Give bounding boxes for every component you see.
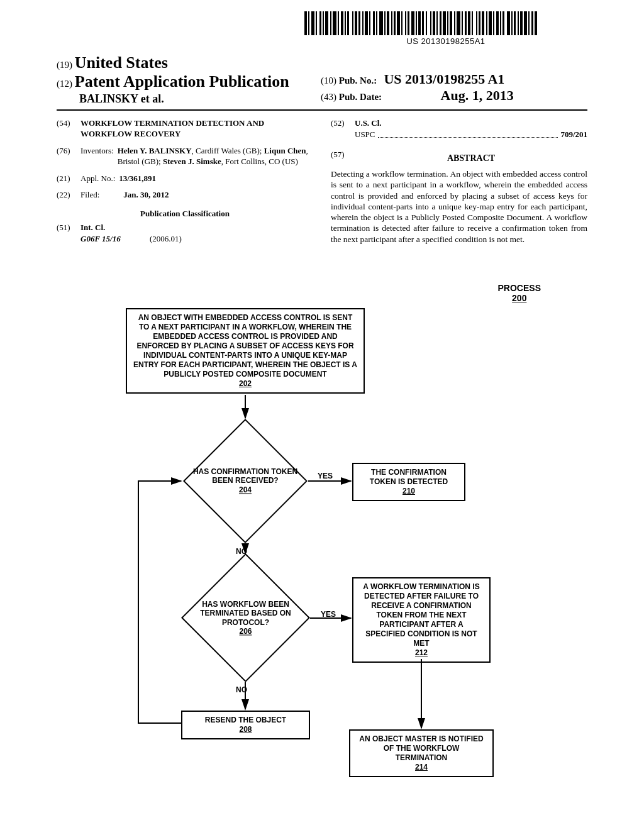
box-202-text: AN OBJECT WITH EMBEDDED ACCESS CONTROL I…	[133, 313, 357, 379]
intcl-version: (2006.01)	[150, 234, 182, 244]
edge-206-no: NO	[236, 685, 247, 694]
pubdate-label: Pub. Date:	[339, 92, 382, 102]
box-214: AN OBJECT MASTER IS NOTIFIED OF THE WORK…	[349, 729, 494, 777]
dotted-leader	[378, 131, 558, 138]
abstract-text: Detecting a workflow termination. An obj…	[331, 169, 587, 245]
box-210: THE CONFIRMATION TOKEN IS DETECTED 210	[352, 463, 465, 501]
barcode-graphic	[304, 11, 587, 35]
box-210-num: 210	[402, 487, 415, 495]
patent-page: US 20130198255A1 (19) United States (12)…	[0, 0, 644, 830]
box-208: RESEND THE OBJECT 208	[181, 711, 310, 739]
diamond-204-text: HAS CONFIRMATION TOKEN BEEN RECEIVED?	[193, 467, 297, 485]
diamond-206: HAS WORKFLOW BEEN TERMINATED BASED ON PR…	[181, 553, 310, 682]
flowchart: PROCESS 200 AN OBJECT WITH EMBEDDED ACCE…	[101, 277, 553, 811]
divider-rule	[57, 109, 587, 111]
box-208-num: 208	[239, 725, 252, 734]
edge-204-no: NO	[236, 547, 247, 556]
diamond-206-text: HAS WORKFLOW BEEN TERMINATED BASED ON PR…	[200, 600, 291, 627]
uspc-label: USPC	[355, 130, 375, 140]
diamond-204-num: 204	[239, 485, 252, 494]
code-12: (12)	[57, 79, 72, 89]
box-214-text: AN OBJECT MASTER IS NOTIFIED OF THE WORK…	[359, 734, 483, 762]
code-43: (43)	[321, 92, 336, 102]
inventors-list: Helen Y. BALINSKY, Cardiff Wales (GB); L…	[118, 146, 313, 167]
biblio-left-col: (54) WORKFLOW TERMINATION DETECTION AND …	[57, 118, 313, 250]
applno-label: Appl. No.:	[80, 174, 115, 184]
diamond-204: HAS CONFIRMATION TOKEN BEEN RECEIVED? 20…	[183, 419, 308, 543]
box-212-num: 212	[415, 648, 428, 657]
biblio-right-col: (52) U.S. Cl. USPC 709/201 (57) ABSTRACT…	[331, 118, 587, 250]
code-21: (21)	[57, 174, 80, 184]
flowchart-title-num: 200	[512, 293, 526, 303]
code-19: (19)	[57, 60, 72, 70]
application-number: 13/361,891	[119, 174, 156, 184]
code-51: (51)	[57, 223, 80, 233]
publication-date: Aug. 1, 2013	[441, 87, 514, 103]
code-57: (57)	[331, 150, 355, 169]
box-202-num: 202	[239, 379, 252, 388]
code-76: (76)	[57, 146, 80, 167]
box-214-num: 214	[415, 763, 428, 772]
barcode-block: US 20130198255A1	[304, 11, 587, 46]
edge-204-yes: YES	[318, 472, 333, 480]
pub-right-block: (10) Pub. No.: US 2013/0198255 A1 (43) P…	[321, 71, 514, 104]
bibliography: (54) WORKFLOW TERMINATION DETECTION AND …	[57, 118, 587, 250]
code-52: (52)	[331, 118, 355, 128]
barcode-number: US 20130198255A1	[304, 36, 587, 46]
filed-date: Jan. 30, 2012	[123, 190, 169, 200]
edge-206-yes: YES	[321, 610, 336, 619]
pubno-label: Pub. No.:	[339, 75, 377, 86]
code-54: (54)	[57, 118, 80, 140]
abstract-heading: ABSTRACT	[355, 153, 587, 163]
publication-number: US 2013/0198255 A1	[384, 71, 504, 87]
box-212-text: A WORKFLOW TERMINATION IS DETECTED AFTER…	[363, 582, 479, 648]
code-10: (10)	[321, 75, 336, 86]
filed-label: Filed:	[80, 190, 99, 200]
intcl-label: Int. Cl.	[80, 223, 105, 233]
uspc-value: 709/201	[560, 130, 587, 140]
box-210-text: THE CONFIRMATION TOKEN IS DETECTED	[370, 468, 448, 486]
box-208-text: RESEND THE OBJECT	[205, 716, 286, 724]
flowchart-title: PROCESS 200	[498, 283, 541, 303]
inventors-label: Inventors:	[80, 146, 114, 167]
box-212: A WORKFLOW TERMINATION IS DETECTED AFTER…	[352, 577, 491, 663]
uscl-label: U.S. Cl.	[355, 118, 382, 128]
invention-title: WORKFLOW TERMINATION DETECTION AND WORKF…	[80, 118, 313, 140]
box-202: AN OBJECT WITH EMBEDDED ACCESS CONTROL I…	[126, 308, 365, 394]
intcl-symbol: G06F 15/16	[80, 234, 150, 244]
pubclass-heading: Publication Classification	[57, 209, 313, 219]
flowchart-title-text: PROCESS	[498, 283, 541, 293]
code-22: (22)	[57, 190, 80, 200]
country: United States	[75, 53, 168, 72]
publication-type: Patent Application Publication	[75, 72, 289, 91]
diamond-206-num: 206	[239, 627, 252, 636]
